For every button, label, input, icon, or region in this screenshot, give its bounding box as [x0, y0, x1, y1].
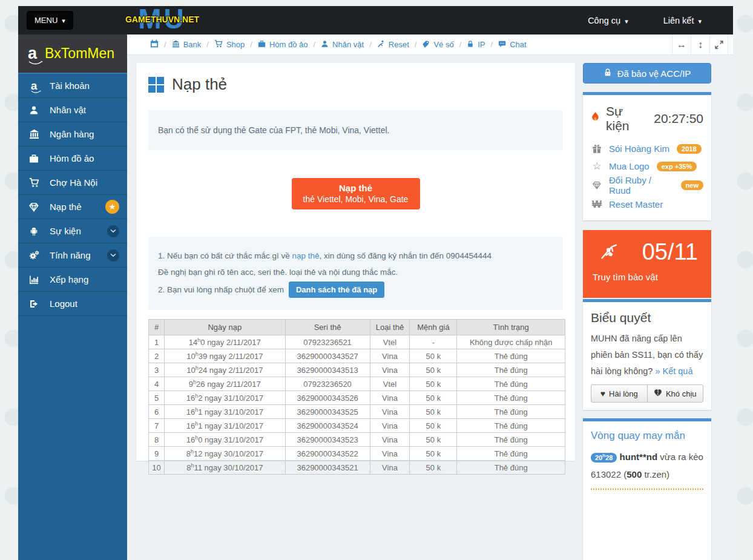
sidebar-item-nhan-vat[interactable]: Nhân vật	[18, 98, 127, 122]
sidebar-item-nap-the[interactable]: Nạp thẻ ★	[18, 195, 127, 219]
event-item-reset-master: ₩ Reset Master	[591, 196, 703, 213]
poll-panel: Biểu quyết MUHN đã nâng cấp lên phiên bả…	[583, 299, 711, 410]
content-region: / Bank / Shop / Hòm đồ ảo / Nhân vật /	[127, 35, 733, 560]
breadcrumb-separator: /	[206, 40, 209, 49]
lucky-wheel-panel: Vòng quay may mắn 20h28 hunt**nd vừa ra …	[583, 418, 711, 560]
sidebar-item-label: Nhân vật	[50, 105, 86, 115]
sidebar-item-tinh-nang[interactable]: Tính năng	[18, 243, 127, 268]
lock-icon	[603, 68, 612, 79]
treasure-hunter-icon	[599, 241, 619, 264]
table-row: 108h11 ngay 30/10/201736290000343521Vina…	[149, 461, 565, 475]
protect-acc-ip-button[interactable]: Đã bảo vệ ACC/IP	[583, 63, 711, 84]
breadcrumb-reset[interactable]: Reset	[377, 40, 409, 50]
sidebar-item-ngan-hang[interactable]: Ngân hàng	[18, 122, 127, 147]
amazon-icon: a	[26, 80, 42, 91]
bar-chart-icon	[26, 275, 42, 285]
events-panel: Sự kiện 20:27:50 Sói Hoàng Kim 2018 ☆ Mu…	[583, 92, 711, 220]
event-link[interactable]: Reset Master	[609, 199, 663, 209]
tools-dropdown[interactable]: Công cụ	[588, 16, 628, 25]
table-row: 516h2 ngay 31/10/201736290000343526Vina5…	[149, 391, 565, 405]
top-navbar: MENU MU GAMETHUVN.NET Công cụ Liên kết	[18, 6, 733, 35]
links-dropdown[interactable]: Liên kết	[663, 16, 702, 25]
amazon-icon: a	[28, 45, 37, 62]
gem-icon	[591, 181, 603, 189]
sidebar-item-tai-khoan[interactable]: a Tài khoản	[18, 74, 127, 98]
card-list-button[interactable]: Danh sách thẻ đã nạp	[289, 282, 384, 298]
nap-the-link[interactable]: nạp thẻ	[292, 251, 319, 260]
breadcrumb-ve-so[interactable]: Vé số	[422, 40, 453, 50]
sidebar-item-cho-ha-noi[interactable]: Chợ Hà Nội	[18, 171, 127, 195]
breadcrumb-separator: /	[491, 40, 493, 49]
lucky-wheel-entry: 20h28 hunt**nd vừa ra kèo 613022 (500 tr…	[591, 449, 703, 490]
layout-tools: ↔ ↕	[672, 35, 728, 54]
menu-button-label: MENU	[35, 16, 58, 25]
event-link[interactable]: Mua Logo	[609, 161, 649, 171]
site-logo[interactable]: MU GAMETHUVN.NET	[102, 6, 223, 35]
breadcrumb-separator: /	[459, 40, 462, 49]
heart-icon: ♥	[600, 389, 605, 398]
event-link[interactable]: Đổi Ruby / Ruud	[609, 175, 674, 196]
instruction-line-1: 1. Nếu bạn có bất cứ thắc mắc gì về nạp …	[158, 248, 553, 264]
sidebar-item-logout[interactable]: Logout	[18, 292, 127, 316]
table-header-row: # Ngày nạp Seri thẻ Loại thẻ Mệnh giá Tì…	[149, 320, 565, 335]
lucky-wheel-title[interactable]: Vòng quay may mắn	[591, 430, 703, 442]
sidebar-item-label: Ngân hàng	[50, 129, 94, 139]
gem-icon	[26, 202, 42, 212]
left-sidebar: a BxTomMen a Tài khoản Nhân vật	[18, 35, 127, 560]
breadcrumb-hom-do-ao[interactable]: Hòm đồ ảo	[258, 40, 308, 50]
poll-dislike-button[interactable]: Khó chịu	[647, 384, 704, 403]
breadcrumb-home[interactable]	[150, 39, 159, 50]
winner-username: hunt**nd	[620, 452, 657, 462]
table-row: 816h0 ngay 31/10/201736290000343523Vina5…	[149, 433, 565, 447]
treasure-date: 05/11	[642, 239, 698, 265]
breadcrumb-separator: /	[415, 40, 417, 49]
username: BxTomMen	[45, 45, 114, 62]
windows-icon	[148, 77, 164, 93]
table-row: 114h0 ngay 2/11/201707923236521Vtel-Khôn…	[149, 335, 565, 349]
fullscreen-icon[interactable]	[709, 35, 728, 54]
cart-icon	[214, 39, 223, 50]
sidebar-menu: a Tài khoản Nhân vật Ngân hàng	[18, 73, 127, 316]
menu-button[interactable]: MENU	[27, 11, 73, 30]
breadcrumb-ip[interactable]: IP	[467, 40, 485, 50]
calendar-icon	[150, 39, 159, 50]
reset-icon	[377, 40, 385, 50]
sidebar-item-label: Nạp thẻ	[50, 202, 82, 212]
breadcrumb-shop[interactable]: Shop	[214, 39, 245, 50]
resize-horizontal-icon[interactable]: ↔	[672, 35, 691, 54]
breadcrumb-nhan-vat[interactable]: Nhân vật	[321, 40, 364, 50]
events-title: Sự kiện 20:27:50	[591, 104, 703, 133]
treasure-label: Truy tìm bảo vật	[593, 272, 702, 282]
poll-buttons: ♥ Hài lòng Khó chịu	[591, 384, 703, 403]
tools-dropdown-label: Công cụ	[588, 16, 620, 25]
instructions-box: 1. Nếu bạn có bất cứ thắc mắc gì về nạp …	[148, 237, 563, 310]
logo-site-name: GAMETHUVN.NET	[125, 15, 199, 24]
time-badge: 20h28	[591, 453, 617, 463]
recharge-button-subtitle: thẻ Viettel, Mobi, Vina, Gate	[292, 194, 420, 204]
poll-like-button[interactable]: ♥ Hài lòng	[591, 384, 648, 403]
sidebar-account-header[interactable]: a BxTomMen	[18, 35, 127, 73]
event-link[interactable]: Sói Hoàng Kim	[609, 143, 669, 154]
bank-icon	[172, 40, 180, 50]
sidebar-item-label: Tính năng	[50, 250, 91, 260]
main-panel: Nạp thẻ Bạn có thể sử dụng thẻ Gate của …	[136, 63, 575, 461]
breadcrumb-chat[interactable]: Chat	[498, 40, 526, 50]
poll-question: MUHN đã nâng cấp lên phiên bản SS11, bạn…	[591, 331, 703, 379]
poll-result-link[interactable]: » Kết quả	[655, 366, 692, 376]
treasure-hunt-banner[interactable]: 05/11 Truy tìm bảo vật	[583, 230, 711, 298]
recharge-button[interactable]: Nạp thẻ thẻ Viettel, Mobi, Vina, Gate	[292, 178, 420, 209]
sidebar-item-xep-hang[interactable]: Xếp hạng	[18, 268, 127, 292]
resize-vertical-icon[interactable]: ↕	[691, 35, 709, 54]
lock-icon	[467, 40, 474, 50]
table-row: 616h1 ngay 31/10/201736290000343525Vina5…	[149, 405, 565, 419]
sidebar-item-hom-do-ao[interactable]: Hòm đồ ảo	[18, 147, 127, 171]
bank-icon	[26, 129, 42, 139]
breadcrumb-bank[interactable]: Bank	[172, 40, 202, 50]
sidebar-item-label: Xếp hạng	[50, 274, 88, 285]
event-item-soi-hoang-kim: Sói Hoàng Kim 2018	[591, 140, 703, 157]
user-icon	[321, 40, 329, 50]
recharge-history-table: # Ngày nạp Seri thẻ Loại thẻ Mệnh giá Tì…	[148, 319, 565, 475]
breadcrumb-separator: /	[313, 40, 315, 49]
sidebar-item-su-kien[interactable]: Sự kiện	[18, 219, 127, 243]
table-row: 49h26 ngay 2/11/201707923236520Vtel50 kT…	[149, 377, 565, 391]
